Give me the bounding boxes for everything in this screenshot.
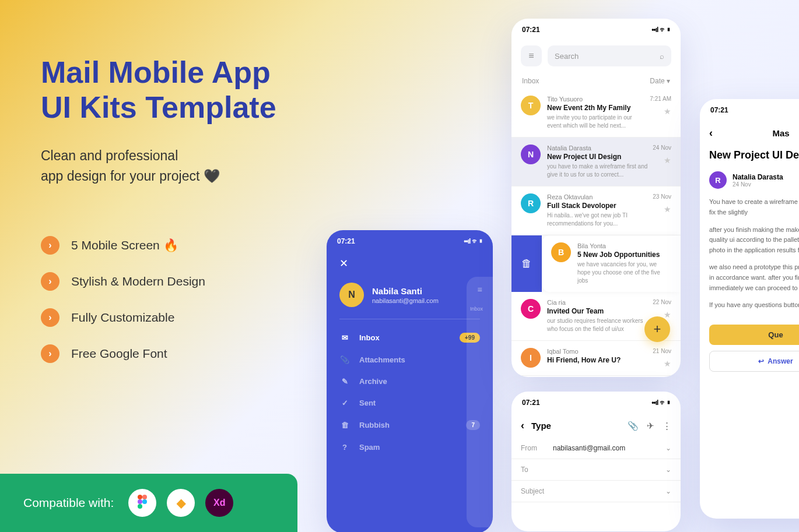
chevron-down-icon: ⌄ [665, 466, 671, 474]
status-icons: ••ıl ᯤ ▮ [651, 26, 670, 34]
detail-header-title: Mas [720, 128, 799, 138]
email-body: You have to create a wireframe for us fo… [700, 195, 799, 319]
chevron-right-icon: › [41, 344, 59, 363]
chevron-down-icon: ⌄ [665, 444, 671, 452]
statusbar: 07:21 ••ıl ᯤ ▮ [327, 230, 493, 252]
menu-button[interactable]: ≡ [521, 45, 542, 66]
hero-subtitle: Clean and professional app design for yo… [41, 146, 220, 186]
status-time: 07:21 [710, 106, 728, 114]
status-icons: ••ıl ᯤ ▮ [651, 399, 670, 407]
close-icon[interactable]: ✕ [327, 252, 493, 274]
sender-name: Natalia Darasta [733, 173, 783, 181]
compat-label: Compatible with: [23, 496, 114, 510]
search-input[interactable]: Search ⌕ [548, 45, 671, 66]
reply-icon: ↩ [758, 357, 764, 365]
avatar: T [521, 96, 541, 115]
spam-icon: ? [339, 443, 350, 452]
sent-icon: ✓ [339, 399, 350, 407]
email-item[interactable]: RReza OktavulanFull Stack DevoloperHi na… [511, 186, 681, 235]
svg-point-1 [142, 495, 147, 499]
inbox-icon: ✉ [339, 333, 350, 342]
back-icon[interactable]: ‹ [521, 420, 524, 432]
sketch-icon: ◆ [167, 489, 195, 517]
screen-sidebar: 07:21 ••ıl ᯤ ▮ ✕ N Nabila Santi nabilasa… [327, 230, 493, 532]
star-icon[interactable]: ★ [650, 107, 671, 116]
feature-text: Fully Customizable [71, 311, 174, 325]
avatar: B [551, 242, 571, 262]
statusbar: 07:21 ••ıl ᯤ ▮ [511, 19, 681, 41]
send-icon[interactable]: ✈ [647, 421, 654, 431]
avatar: R [709, 171, 727, 189]
answer-button[interactable]: ↩ Answer [709, 351, 799, 372]
profile-email: nabilasanti@gmail.com [372, 297, 439, 304]
status-time: 07:21 [522, 26, 540, 34]
hero-title: Mail Mobile App UI Kits Template [41, 55, 276, 125]
feature-item: ›Fully Customizable [41, 308, 205, 327]
avatar: I [521, 348, 541, 368]
avatar: N [521, 145, 541, 164]
svg-point-2 [138, 499, 142, 504]
inbox-title: Inbox [522, 77, 539, 85]
chevron-down-icon: ⌄ [665, 487, 671, 495]
star-icon[interactable]: ★ [653, 156, 671, 165]
avatar: C [521, 299, 541, 319]
avatar: N [339, 283, 364, 307]
screen-inbox: 07:21 ••ıl ᯤ ▮ ≡ Search ⌕ Inbox Date ▾ T… [511, 19, 681, 377]
screen-detail: 07:21 ‹ Mas New Project UI Design R Nata… [700, 99, 799, 519]
svg-point-0 [138, 495, 142, 499]
archive-icon: ✎ [339, 377, 350, 386]
attach-icon[interactable]: 📎 [628, 421, 639, 431]
email-item[interactable]: TTito YusuoroNew Event 2th My Familywe i… [511, 89, 681, 138]
sender-date: 24 Nov [733, 181, 783, 188]
to-row[interactable]: To ⌄ [511, 459, 681, 481]
star-icon[interactable]: ★ [653, 359, 671, 368]
status-time: 07:21 [522, 399, 540, 407]
backdrop-preview: ≡ Inbox [467, 277, 493, 527]
feature-list: ›5 Mobile Screen 🔥 ›Stylish & Modern Des… [41, 236, 205, 380]
chevron-right-icon: › [41, 308, 59, 327]
feature-text: 5 Mobile Screen 🔥 [71, 238, 178, 252]
svg-point-4 [138, 504, 142, 509]
email-item-swiped[interactable]: 🗑BBila Yonta5 New Job Opportunitieswe ha… [511, 235, 681, 292]
sender-row[interactable]: R Natalia Darasta 24 Nov [700, 165, 799, 195]
delete-icon[interactable]: 🗑 [511, 235, 542, 292]
profile-name: Nabila Santi [372, 286, 439, 296]
chevron-right-icon: › [41, 236, 59, 255]
feature-text: Free Google Font [71, 347, 167, 361]
svg-point-3 [142, 499, 147, 504]
sort-dropdown[interactable]: Date ▾ [650, 77, 670, 85]
compat-bar: Compatible with: ◆ Xd [0, 474, 297, 532]
status-time: 07:21 [337, 237, 355, 245]
star-icon[interactable]: ★ [653, 205, 671, 214]
question-button[interactable]: Que [709, 325, 799, 345]
from-row[interactable]: From nabilasanti@gmail.com ⌄ [511, 438, 681, 459]
divider [339, 319, 480, 319]
email-item[interactable]: NNatalia DarastaNew Project UI Designyou… [511, 138, 681, 186]
compose-title: Type [531, 421, 628, 431]
chevron-right-icon: › [41, 272, 59, 291]
xd-icon: Xd [205, 489, 233, 517]
attachments-icon: 📎 [339, 355, 350, 364]
screen-compose: 07:21 ••ıl ᯤ ▮ ‹ Type 📎 ✈ ⋮ From nabilas… [511, 392, 681, 531]
email-title: New Project UI Design [700, 145, 799, 165]
search-icon: ⌕ [660, 52, 664, 61]
feature-item: ›Free Google Font [41, 344, 205, 363]
subject-row[interactable]: Subject ⌄ [511, 481, 681, 502]
feature-item: ›Stylish & Modern Design [41, 272, 205, 291]
status-icons: ••ıl ᯤ ▮ [464, 237, 482, 245]
more-icon[interactable]: ⋮ [663, 421, 671, 431]
statusbar: 07:21 [700, 99, 799, 121]
statusbar: 07:21 ••ıl ᯤ ▮ [511, 392, 681, 414]
email-item[interactable]: IIqbal TomoHi Friend, How Are U?21 Nov★ [511, 341, 681, 376]
figma-icon [128, 489, 156, 517]
rubbish-icon: 🗑 [339, 421, 350, 429]
feature-text: Stylish & Modern Design [71, 274, 205, 288]
feature-item: ›5 Mobile Screen 🔥 [41, 236, 205, 255]
back-icon[interactable]: ‹ [709, 127, 713, 139]
compose-fab[interactable]: + [644, 316, 670, 342]
avatar: R [521, 193, 541, 213]
